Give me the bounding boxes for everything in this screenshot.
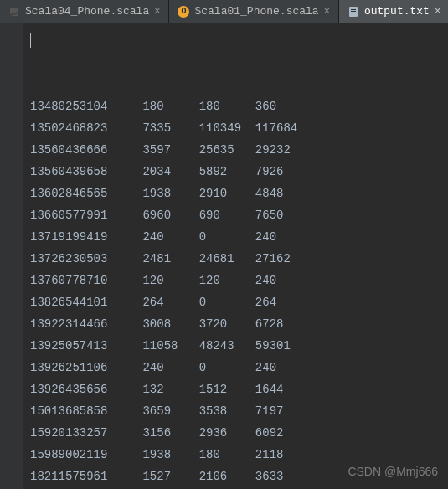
tab-label: Scala04_Phone.scala xyxy=(25,5,149,18)
text-line: 13560439658 2034 5892 7926 xyxy=(30,161,441,183)
text-line: 13480253104 180 180 360 xyxy=(30,95,441,117)
svg-rect-2 xyxy=(351,11,356,12)
tab-scala01[interactable]: O Scala01_Phone.scala × xyxy=(169,0,338,23)
text-line: 15013685858 3659 3538 7197 xyxy=(30,400,441,422)
tab-output[interactable]: output.txt × xyxy=(339,0,448,23)
text-caret xyxy=(30,33,31,48)
text-line: 13922314466 3008 3720 6728 xyxy=(30,313,441,335)
text-line: 15920133257 3156 2936 6092 xyxy=(30,422,441,444)
tab-label: output.txt xyxy=(364,5,430,18)
scala-file-icon xyxy=(8,6,20,18)
svg-rect-3 xyxy=(351,13,354,13)
tab-scala04[interactable]: Scala04_Phone.scala × xyxy=(0,0,169,23)
editor-area: 13480253104 180 180 36013502468823 7335 … xyxy=(0,23,448,489)
text-line: 13926435656 132 1512 1644 xyxy=(30,378,441,400)
text-line: 13726230503 2481 24681 27162 xyxy=(30,248,441,270)
editor-content[interactable]: 13480253104 180 180 36013502468823 7335 … xyxy=(23,23,448,489)
text-line: 13826544101 264 0 264 xyxy=(30,291,441,313)
text-line: 13760778710 120 120 240 xyxy=(30,270,441,291)
close-icon[interactable]: × xyxy=(324,6,330,18)
gutter xyxy=(0,23,23,489)
text-line: 13719199419 240 0 240 xyxy=(30,226,441,248)
tab-label: Scala01_Phone.scala xyxy=(194,5,318,18)
close-icon[interactable]: × xyxy=(154,6,160,18)
tab-bar: Scala04_Phone.scala × O Scala01_Phone.sc… xyxy=(0,0,448,23)
watermark: CSDN @Mmj666 xyxy=(348,461,438,482)
scala-class-icon: O xyxy=(178,6,189,18)
text-line: 13502468823 7335 110349 117684 xyxy=(30,117,441,139)
text-line: 13602846565 1938 2910 4848 xyxy=(30,183,441,204)
text-file-icon xyxy=(348,6,359,18)
svg-rect-1 xyxy=(351,9,356,10)
text-line: 13925057413 11058 48243 59301 xyxy=(30,335,441,357)
text-line: 13926251106 240 0 240 xyxy=(30,357,441,378)
text-line: 13560436666 3597 25635 29232 xyxy=(30,139,441,161)
close-icon[interactable]: × xyxy=(435,6,440,18)
text-line: 13660577991 6960 690 7650 xyxy=(30,204,441,226)
